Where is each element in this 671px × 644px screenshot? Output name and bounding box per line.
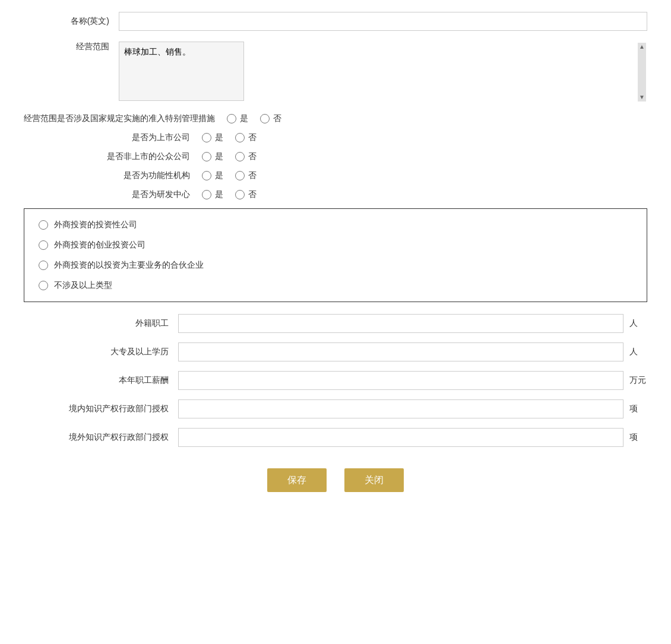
rd-center-radio-group: 是 否 <box>202 189 257 200</box>
name-en-row: 各称(英文) <box>24 12 647 31</box>
box-option-0[interactable]: 外商投资的投资性公司 <box>39 220 632 230</box>
rd-center-label: 是否为研发中心 <box>24 189 202 200</box>
functional-org-no[interactable]: 否 <box>235 170 257 181</box>
annual-salary-label: 本年职工薪酬 <box>24 375 178 386</box>
listed-company-radio-group: 是 否 <box>202 132 257 143</box>
foreign-workers-label: 外籍职工 <box>24 318 178 329</box>
foreign-workers-row: 外籍职工 人 <box>24 314 647 333</box>
foreign-ip-unit: 项 <box>629 432 647 443</box>
annual-salary-unit: 万元 <box>629 375 647 386</box>
functional-org-row: 是否为功能性机构 是 否 <box>24 170 647 181</box>
functional-org-radio-group: 是 否 <box>202 170 257 181</box>
special-management-row: 经营范围是否涉及国家规定实施的准入特别管理措施 是 否 <box>24 113 647 124</box>
college-above-unit: 人 <box>629 347 647 357</box>
special-management-label: 经营范围是否涉及国家规定实施的准入特别管理措施 <box>24 113 227 124</box>
rd-center-row: 是否为研发中心 是 否 <box>24 189 647 200</box>
non-listed-public-yes[interactable]: 是 <box>202 151 223 162</box>
name-en-label: 各称(英文) <box>24 16 119 27</box>
listed-company-label: 是否为上市公司 <box>24 132 202 143</box>
college-above-input[interactable] <box>178 342 623 361</box>
business-scope-label: 经营范围 <box>24 42 119 52</box>
annual-salary-row: 本年职工薪酬 万元 <box>24 371 647 390</box>
scroll-down-arrow[interactable]: ▼ <box>639 94 645 100</box>
box-option-3[interactable]: 不涉及以上类型 <box>39 280 632 291</box>
listed-company-no[interactable]: 否 <box>235 132 257 143</box>
name-en-input[interactable] <box>119 12 647 31</box>
close-button[interactable]: 关闭 <box>344 468 404 492</box>
textarea-scrollbar[interactable]: ▲ ▼ <box>638 43 646 101</box>
foreign-ip-row: 境外知识产权行政部门授权 项 <box>24 428 647 447</box>
domestic-ip-input[interactable] <box>178 399 623 418</box>
rd-center-yes[interactable]: 是 <box>202 189 223 200</box>
foreign-ip-label: 境外知识产权行政部门授权 <box>24 432 178 443</box>
foreign-ip-input[interactable] <box>178 428 623 447</box>
listed-company-yes[interactable]: 是 <box>202 132 223 143</box>
special-management-radio-group: 是 否 <box>227 113 281 124</box>
special-management-yes[interactable]: 是 <box>227 113 248 124</box>
functional-org-yes[interactable]: 是 <box>202 170 223 181</box>
box-option-2[interactable]: 外商投资的以投资为主要业务的合伙企业 <box>39 260 632 271</box>
rd-center-no[interactable]: 否 <box>235 189 257 200</box>
business-scope-textarea[interactable]: 棒球加工、销售。 <box>119 42 244 101</box>
box-option-1[interactable]: 外商投资的创业投资公司 <box>39 240 632 250</box>
non-listed-public-no[interactable]: 否 <box>235 151 257 162</box>
foreign-workers-unit: 人 <box>629 318 647 329</box>
domestic-ip-label: 境内知识产权行政部门授权 <box>24 404 178 414</box>
domestic-ip-unit: 项 <box>629 404 647 414</box>
business-scope-row: 经营范围 棒球加工、销售。 ▲ ▼ <box>24 42 647 103</box>
textarea-wrapper: 棒球加工、销售。 ▲ ▼ <box>119 42 647 103</box>
college-above-label: 大专及以上学历 <box>24 347 178 357</box>
college-above-row: 大专及以上学历 人 <box>24 342 647 361</box>
special-management-no[interactable]: 否 <box>260 113 281 124</box>
non-listed-public-radio-group: 是 否 <box>202 151 257 162</box>
investment-type-box: 外商投资的投资性公司 外商投资的创业投资公司 外商投资的以投资为主要业务的合伙企… <box>24 208 647 302</box>
scroll-up-arrow[interactable]: ▲ <box>639 44 645 50</box>
save-button[interactable]: 保存 <box>267 468 327 492</box>
annual-salary-input[interactable] <box>178 371 623 390</box>
form-section: 各称(英文) 经营范围 棒球加工、销售。 ▲ ▼ 经营范围是否涉及国家规定实施的… <box>24 12 647 492</box>
foreign-workers-input[interactable] <box>178 314 623 333</box>
non-listed-public-row: 是否非上市的公众公司 是 否 <box>24 151 647 162</box>
functional-org-label: 是否为功能性机构 <box>24 170 202 181</box>
button-row: 保存 关闭 <box>24 468 647 492</box>
domestic-ip-row: 境内知识产权行政部门授权 项 <box>24 399 647 418</box>
listed-company-row: 是否为上市公司 是 否 <box>24 132 647 143</box>
non-listed-public-label: 是否非上市的公众公司 <box>24 151 202 162</box>
